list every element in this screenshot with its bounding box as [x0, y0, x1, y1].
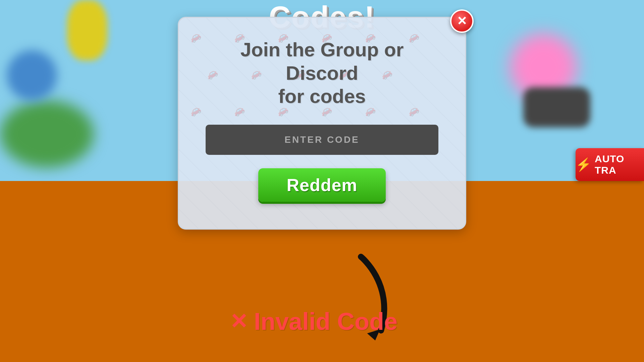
- code-input[interactable]: [206, 125, 438, 155]
- code-input-wrapper: [206, 125, 438, 155]
- invalid-x-icon: ✕: [230, 311, 248, 332]
- invalid-code-text: Invalid Code: [254, 308, 397, 335]
- watermark-car-1: 🚗: [187, 29, 203, 44]
- lightning-icon: ⚡: [576, 157, 591, 172]
- bg-decoration-yellow: [67, 0, 107, 60]
- watermark-car-12: 🚗: [187, 103, 203, 118]
- bg-decoration-blue: [7, 50, 57, 101]
- bg-decoration-green: [0, 101, 94, 168]
- redeem-button[interactable]: Reddem: [258, 168, 386, 202]
- auto-tra-button[interactable]: ⚡ AUTO TRA: [576, 148, 644, 181]
- close-button[interactable]: ✕: [450, 9, 474, 33]
- modal-content: Join the Group or Discord for codes Redd…: [206, 38, 438, 202]
- code-modal: 🚗 🚗 🚗 🚗 🚗 🚗 🚗 🚗 🚗 🚗 🚗 🚗 🚗 🚗 🚗 🚗 🚗 🚗 🚗 🚗 …: [178, 17, 466, 230]
- bg-decoration-car: [523, 87, 590, 127]
- modal-heading: Join the Group or Discord for codes: [206, 38, 438, 108]
- close-icon: ✕: [457, 15, 467, 27]
- invalid-code-wrapper: ✕ Invalid Code: [230, 308, 397, 335]
- auto-tra-label: AUTO TRA: [595, 153, 644, 176]
